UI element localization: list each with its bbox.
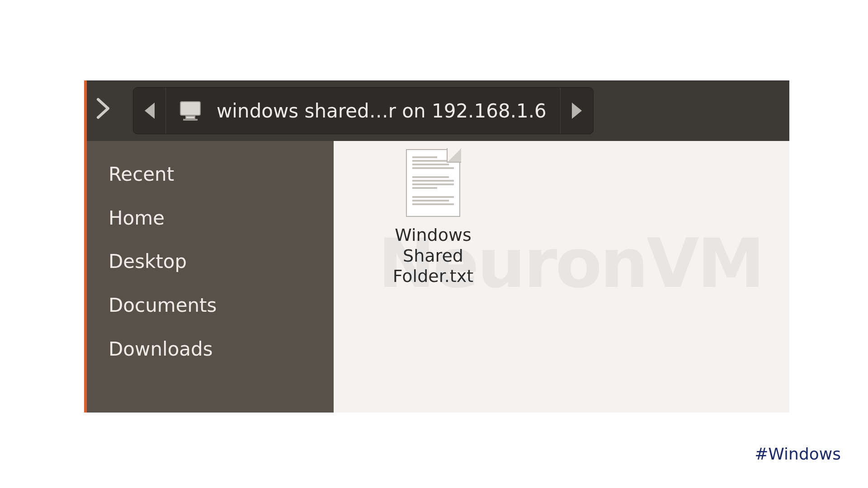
nav-forward-button[interactable] — [88, 88, 118, 133]
sidebar-item-label: Downloads — [108, 338, 213, 360]
sidebar-item-documents[interactable]: Documents — [87, 284, 334, 328]
window-body: Recent Home Desktop Documents Downloads … — [87, 141, 789, 413]
chevron-right-icon — [95, 98, 111, 124]
content-pane[interactable]: NeuronVM — [334, 141, 789, 413]
sidebar-item-recent[interactable]: Recent — [87, 153, 334, 197]
sidebar-item-label: Documents — [108, 294, 217, 316]
sidebar: Recent Home Desktop Documents Downloads — [87, 141, 334, 413]
file-name-label: Windows Shared Folder.txt — [374, 225, 492, 287]
triangle-right-icon — [572, 103, 582, 119]
path-bar: windows shared…r on 192.168.1.6 — [133, 87, 594, 134]
file-item[interactable]: Windows Shared Folder.txt — [374, 149, 492, 287]
text-file-icon — [406, 149, 460, 217]
sidebar-item-home[interactable]: Home — [87, 197, 334, 240]
sidebar-item-label: Recent — [108, 163, 174, 185]
path-label: windows shared…r on 192.168.1.6 — [217, 100, 547, 122]
sidebar-item-desktop[interactable]: Desktop — [87, 240, 334, 284]
hashtag-caption: #Windows — [755, 445, 841, 463]
sidebar-item-label: Home — [108, 207, 165, 229]
path-nav-back[interactable] — [133, 88, 166, 134]
network-share-icon — [179, 100, 205, 122]
path-current-location[interactable]: windows shared…r on 192.168.1.6 — [166, 88, 561, 134]
svg-rect-1 — [186, 116, 195, 119]
triangle-left-icon — [145, 103, 155, 119]
sidebar-item-downloads[interactable]: Downloads — [87, 328, 334, 371]
path-nav-forward[interactable] — [561, 88, 593, 134]
sidebar-item-label: Desktop — [108, 250, 187, 272]
svg-rect-2 — [183, 119, 198, 121]
screenshot-canvas: windows shared…r on 192.168.1.6 Recent H… — [84, 80, 789, 413]
file-manager-window: windows shared…r on 192.168.1.6 Recent H… — [84, 80, 789, 413]
svg-rect-0 — [180, 102, 200, 115]
toolbar: windows shared…r on 192.168.1.6 — [87, 80, 789, 141]
